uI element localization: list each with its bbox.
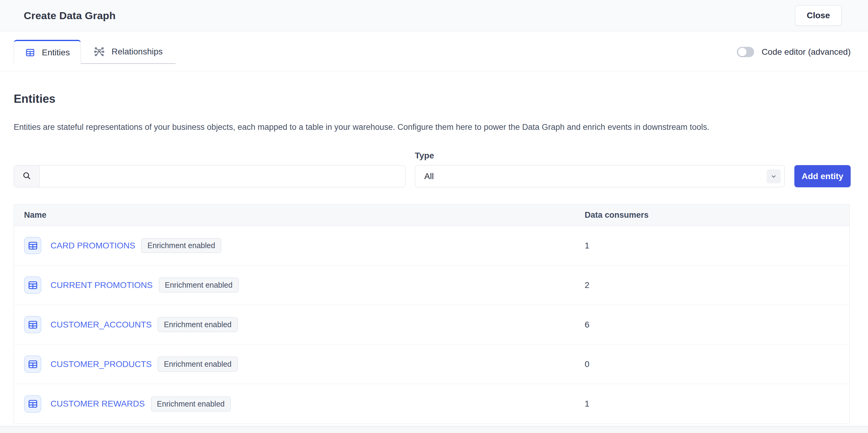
- section-description: Entities are stateful representations of…: [14, 122, 851, 133]
- data-consumers-count: 6: [585, 320, 849, 330]
- column-header-data-consumers: Data consumers: [585, 210, 849, 220]
- section-heading: Entities: [14, 93, 851, 105]
- entity-name-link[interactable]: CURRENT PROMOTIONS: [51, 280, 153, 290]
- chevron-down-icon: [767, 169, 781, 184]
- type-filter-group: Type All: [415, 151, 785, 187]
- tab-list: Entities: [14, 40, 176, 64]
- column-header-name: Name: [14, 210, 585, 220]
- entity-table-icon: [24, 395, 41, 412]
- graph-icon: [94, 46, 105, 57]
- main-content: Entities Entities are stateful represent…: [0, 71, 868, 426]
- tab-relationships-label: Relationships: [112, 47, 162, 57]
- entity-name-cell: CURRENT PROMOTIONS Enrichment enabled: [14, 276, 585, 294]
- toggle-knob: [738, 48, 747, 56]
- enrichment-badge: Enrichment enabled: [151, 397, 231, 411]
- tab-entities[interactable]: Entities: [14, 40, 81, 64]
- entity-table-icon: [24, 316, 41, 333]
- entity-table-icon: [24, 276, 41, 294]
- tab-strip: Entities: [0, 31, 868, 71]
- code-editor-toggle-label: Code editor (advanced): [762, 47, 851, 57]
- enrichment-badge: Enrichment enabled: [141, 238, 221, 253]
- table-row: CARD PROMOTIONS Enrichment enabled 1: [14, 226, 849, 265]
- entity-name-link[interactable]: CARD PROMOTIONS: [51, 241, 135, 251]
- table-icon: [25, 47, 35, 58]
- table-row: CUSTOMER_ACCOUNTS Enrichment enabled 6: [14, 305, 849, 344]
- search-input[interactable]: [40, 165, 405, 187]
- tab-entities-label: Entities: [42, 48, 70, 58]
- close-button[interactable]: Close: [795, 5, 842, 26]
- table-row: CUSTOMER REWARDS Enrichment enabled 1: [14, 384, 849, 424]
- data-consumers-count: 0: [585, 359, 849, 369]
- entity-name-link[interactable]: CUSTOMER REWARDS: [51, 399, 145, 409]
- code-editor-toggle[interactable]: [737, 47, 754, 57]
- data-consumers-count: 1: [585, 399, 849, 409]
- enrichment-badge: Enrichment enabled: [158, 357, 238, 372]
- enrichment-badge: Enrichment enabled: [159, 278, 239, 293]
- modal-header: Create Data Graph Close: [0, 0, 868, 31]
- entity-name-cell: CUSTOMER_PRODUCTS Enrichment enabled: [14, 356, 585, 373]
- entity-table-icon: [24, 356, 41, 373]
- entity-name-cell: CUSTOMER_ACCOUNTS Enrichment enabled: [14, 316, 585, 333]
- enrichment-badge: Enrichment enabled: [158, 317, 238, 332]
- footer-strip: [0, 426, 868, 433]
- table-row: CUSTOMER_PRODUCTS Enrichment enabled 0: [14, 344, 849, 384]
- entity-table-icon: [24, 237, 41, 254]
- data-consumers-count: 2: [585, 280, 849, 290]
- table-body: CARD PROMOTIONS Enrichment enabled 1 CUR…: [14, 226, 849, 424]
- filter-row: Type All Add entity: [14, 151, 851, 187]
- entity-name-link[interactable]: CUSTOMER_PRODUCTS: [51, 359, 152, 369]
- table-row: CURRENT PROMOTIONS Enrichment enabled 2: [14, 265, 849, 305]
- add-entity-button[interactable]: Add entity: [794, 165, 851, 187]
- tab-relationships[interactable]: Relationships: [81, 40, 176, 64]
- search-box: [14, 165, 405, 187]
- page-title: Create Data Graph: [24, 10, 116, 22]
- type-select-value: All: [424, 171, 434, 181]
- entity-name-cell: CARD PROMOTIONS Enrichment enabled: [14, 237, 585, 254]
- table-header-row: Name Data consumers: [14, 204, 849, 226]
- code-editor-toggle-group: Code editor (advanced): [737, 40, 851, 64]
- entity-name-link[interactable]: CUSTOMER_ACCOUNTS: [51, 320, 152, 330]
- search-prefix: [14, 165, 40, 187]
- entity-name-cell: CUSTOMER REWARDS Enrichment enabled: [14, 395, 585, 412]
- type-select[interactable]: All: [415, 165, 785, 187]
- type-label: Type: [415, 151, 785, 161]
- search-icon: [22, 171, 32, 182]
- entities-table: Name Data consumers CARD PROMOTIONS Enri…: [14, 204, 850, 424]
- data-consumers-count: 1: [585, 241, 849, 251]
